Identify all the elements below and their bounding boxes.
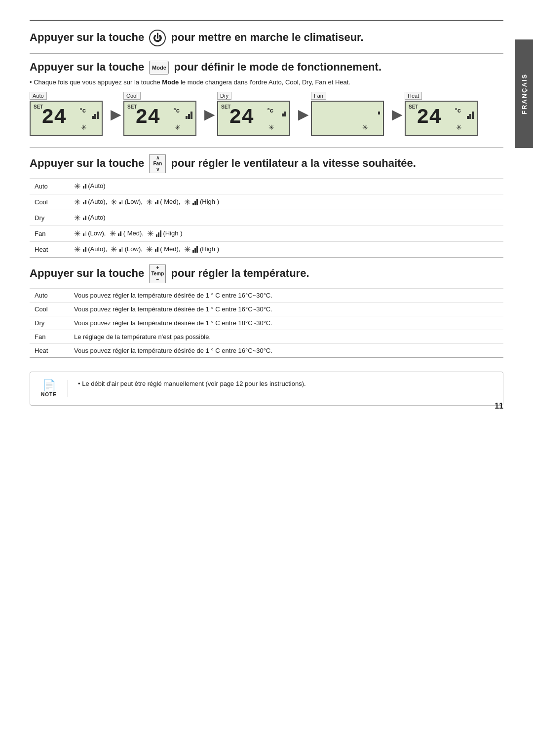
display-fan: Fan ✳ [311, 92, 390, 136]
section-mode: Appuyer sur la touche Mode pour définir … [30, 54, 503, 148]
display-fan-screen: ✳ [311, 101, 384, 136]
note-content: • Le débit d'air peut être réglé manuell… [78, 380, 306, 387]
fan-mode-dry: Dry [30, 210, 69, 226]
display-cool: Cool SET 24 °c ✳ [123, 92, 202, 136]
fan-mode-cool: Cool [30, 194, 69, 210]
fan-fan-bars [378, 112, 380, 114]
note-divider [68, 380, 68, 397]
temp-row-auto: Auto Vous pouvez régler la température d… [30, 289, 503, 302]
dry-fan-bars [282, 112, 286, 116]
display-heat: Heat SET 24 °c ✳ [405, 92, 484, 136]
mode-heading: Appuyer sur la touche Mode pour définir … [30, 61, 503, 75]
temp-row-cool: Cool Vous pouvez régler la température d… [30, 302, 503, 316]
display-cool-screen: SET 24 °c ✳ [123, 101, 196, 136]
mode-display-row: Auto SET 24 °c ✳ ▶ Cool [30, 92, 503, 136]
display-heat-label: Heat [405, 92, 422, 100]
fan-fan-icon: ✳ [362, 123, 368, 131]
cool-fan-bars [186, 112, 192, 119]
fan-speeds-dry: ✳ (Auto) [69, 210, 503, 226]
temp-row-fan: Fan Le réglage de la température n'est p… [30, 330, 503, 344]
temp-row-heat: Heat Vous pouvez régler la température d… [30, 344, 503, 358]
fan-row-auto: Auto ✳ (Auto) [30, 179, 503, 194]
display-dry: Dry SET 24 °c ✳ [217, 92, 296, 136]
temp-button: + Temp − [149, 265, 166, 283]
temp-mode-dry: Dry [30, 316, 69, 330]
arrow-2: ▶ [204, 96, 215, 132]
fan-speeds-cool: ✳ (Auto), ✳ (Low), ✳ [69, 194, 503, 210]
cool-fan-icon: ✳ [175, 123, 181, 131]
temp-mode-cool: Cool [30, 302, 69, 316]
display-fan-label: Fan [311, 92, 326, 100]
fan-speeds-heat: ✳ (Auto), ✳ (Low), ✳ [69, 242, 503, 258]
temp-mode-auto: Auto [30, 289, 69, 302]
page-number: 11 [495, 402, 503, 411]
arrow-1: ▶ [111, 96, 121, 132]
heat-fan-icon: ✳ [456, 123, 462, 131]
note-icon-area: 📄 NOTE [40, 380, 58, 397]
temp-heading: Appuyer sur la touche + Temp − pour régl… [30, 265, 503, 283]
fan-row-heat: Heat ✳ (Auto), ✳ (Low), [30, 242, 503, 258]
arrow-4: ▶ [392, 96, 403, 132]
mode-note: • Chaque fois que vous appuyez sur la to… [30, 78, 503, 86]
mode-button-icon: Mode [149, 61, 169, 75]
note-document-icon: 📄 [42, 380, 56, 391]
temp-mode-heat: Heat [30, 344, 69, 358]
temp-desc-fan: Le réglage de la température n'est pas p… [69, 330, 503, 344]
auto-fan-icon: ✳ [81, 123, 87, 131]
auto-fan-bars [92, 112, 99, 119]
fan-mode-fan: Fan [30, 226, 69, 242]
note-label: NOTE [41, 392, 57, 397]
display-dry-screen: SET 24 °c ✳ [217, 101, 290, 136]
arrow-3: ▶ [298, 96, 309, 132]
display-auto-label: Auto [30, 92, 47, 100]
fan-speed-button: ∧ Fan ∨ [149, 154, 166, 173]
temp-desc-heat: Vous pouvez régler la température désiré… [69, 344, 503, 358]
note-text: Le débit d'air peut être réglé manuellem… [82, 380, 305, 387]
display-heat-screen: SET 24 °c ✳ [405, 101, 478, 136]
temp-table: Auto Vous pouvez régler la température d… [30, 288, 503, 357]
fan-row-dry: Dry ✳ (Auto) [30, 210, 503, 226]
fan-row-fan: Fan ✳ (Low), ✳ ( Med), [30, 226, 503, 242]
display-cool-label: Cool [123, 92, 141, 100]
heat-fan-bars [467, 112, 474, 119]
temp-desc-auto: Vous pouvez régler la température désiré… [69, 289, 503, 302]
mode-note-bold: Mode [162, 78, 179, 86]
section-temp: Appuyer sur la touche + Temp − pour régl… [30, 258, 503, 358]
power-button-icon: ⏻ [149, 30, 166, 46]
display-dry-label: Dry [217, 92, 231, 100]
section-fan: Appuyer sur la touche ∧ Fan ∨ pour régle… [30, 148, 503, 258]
mode-note-bullet: • [30, 78, 34, 86]
temp-desc-cool: Vous pouvez régler la température désiré… [69, 302, 503, 316]
fan-table: Auto ✳ (Auto) Cool ✳ [30, 178, 503, 257]
fan-row-cool: Cool ✳ (Auto), ✳ (Low), [30, 194, 503, 210]
temp-desc-dry: Vous pouvez régler la température désiré… [69, 316, 503, 330]
fan-speeds-auto: ✳ (Auto) [69, 179, 503, 194]
note-box: 📄 NOTE • Le débit d'air peut être réglé … [30, 372, 503, 406]
temp-mode-fan: Fan [30, 330, 69, 344]
display-auto-screen: SET 24 °c ✳ [30, 101, 103, 136]
fan-speeds-fan: ✳ (Low), ✳ ( Med), ✳ [69, 226, 503, 242]
sidebar-language-label: FRANÇAIS [515, 39, 533, 148]
display-auto: Auto SET 24 °c ✳ [30, 92, 109, 136]
dry-fan-icon: ✳ [268, 123, 274, 131]
fan-mode-heat: Heat [30, 242, 69, 258]
fan-heading: Appuyer sur la touche ∧ Fan ∨ pour régle… [30, 154, 503, 173]
section-power: Appuyer sur la touche ⏻ pour mettre en m… [30, 20, 503, 54]
fan-mode-auto: Auto [30, 179, 69, 194]
temp-row-dry: Dry Vous pouvez régler la température dé… [30, 316, 503, 330]
power-heading: Appuyer sur la touche ⏻ pour mettre en m… [30, 30, 503, 46]
